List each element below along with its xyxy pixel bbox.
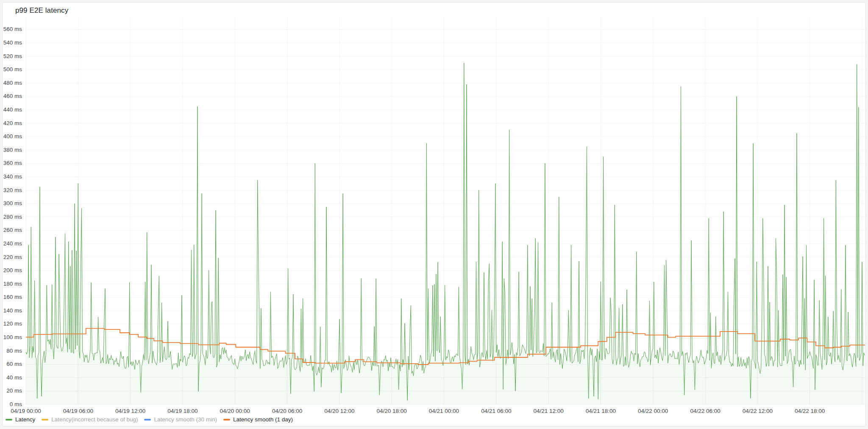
y-tick-label: 240 ms — [0, 240, 22, 247]
y-tick-label: 540 ms — [0, 39, 22, 46]
y-tick-label: 320 ms — [0, 187, 22, 194]
y-tick-label: 500 ms — [0, 66, 22, 73]
y-tick-label: 20 ms — [0, 387, 22, 394]
y-tick-label: 220 ms — [0, 254, 22, 261]
x-tick-label: 04/21 18:00 — [575, 408, 626, 414]
series-layer — [26, 63, 865, 405]
y-tick-label: 160 ms — [0, 294, 22, 301]
y-tick-label: 140 ms — [0, 307, 22, 314]
x-tick-label: 04/19 12:00 — [105, 408, 156, 414]
latency-series-swatch-icon — [6, 419, 12, 421]
x-tick-label: 04/22 00:00 — [628, 408, 679, 414]
legend-label: Latency(incorrect because of bug) — [51, 416, 138, 423]
y-tick-label: 300 ms — [0, 200, 22, 207]
y-tick-label: 260 ms — [0, 227, 22, 234]
legend-item-latency[interactable]: Latency — [6, 416, 35, 423]
legend: Latency Latency(incorrect because of bug… — [6, 416, 293, 423]
latency-smooth-30min-series-swatch-icon — [144, 419, 151, 421]
y-tick-label: 280 ms — [0, 214, 22, 220]
y-tick-label: 360 ms — [0, 160, 22, 167]
x-tick-label: 04/19 00:00 — [0, 408, 51, 414]
y-tick-label: 480 ms — [0, 80, 22, 86]
y-tick-label: 180 ms — [0, 281, 22, 287]
y-tick-label: 100 ms — [0, 334, 22, 341]
legend-item-latency-smooth-30min[interactable]: Latency smooth (30 min) — [144, 416, 217, 423]
x-tick-label: 04/20 06:00 — [262, 408, 313, 414]
legend-item-latency-incorrect[interactable]: Latency(incorrect because of bug) — [42, 416, 138, 423]
latency-chart-plot[interactable] — [0, 0, 868, 429]
y-tick-label: 440 ms — [0, 106, 22, 113]
x-tick-label: 04/22 18:00 — [785, 408, 835, 414]
x-tick-label: 04/20 18:00 — [366, 408, 417, 414]
y-tick-label: 0 ms — [0, 401, 22, 408]
y-tick-label: 60 ms — [0, 361, 22, 368]
y-tick-label: 200 ms — [0, 267, 22, 274]
y-tick-label: 40 ms — [0, 374, 22, 381]
x-tick-label: 04/22 12:00 — [732, 408, 783, 414]
legend-label: Latency — [15, 416, 35, 423]
y-tick-label: 340 ms — [0, 173, 22, 180]
x-tick-label: 04/20 12:00 — [314, 408, 365, 414]
y-tick-label: 520 ms — [0, 53, 22, 60]
latency-incorrect-series-swatch-icon — [42, 419, 48, 421]
y-tick-label: 400 ms — [0, 133, 22, 140]
latency-smooth-1day-series-swatch-icon — [223, 419, 230, 421]
y-tick-label: 80 ms — [0, 348, 22, 354]
x-tick-label: 04/19 06:00 — [53, 408, 103, 414]
y-tick-label: 560 ms — [0, 26, 22, 33]
x-tick-label: 04/20 00:00 — [209, 408, 260, 414]
x-tick-label: 04/21 06:00 — [471, 408, 522, 414]
y-tick-label: 420 ms — [0, 120, 22, 127]
x-tick-label: 04/21 00:00 — [418, 408, 469, 414]
grafana-panel-page: p99 E2E latency 0 ms20 ms40 ms60 ms80 ms… — [0, 0, 868, 429]
legend-label: Latency smooth (1 day) — [233, 416, 293, 423]
y-tick-label: 120 ms — [0, 320, 22, 327]
legend-label: Latency smooth (30 min) — [154, 416, 217, 423]
y-tick-label: 380 ms — [0, 147, 22, 153]
x-tick-label: 04/19 18:00 — [157, 408, 208, 414]
legend-item-latency-smooth-1day[interactable]: Latency smooth (1 day) — [223, 416, 293, 423]
x-tick-label: 04/22 06:00 — [680, 408, 731, 414]
y-tick-label: 460 ms — [0, 93, 22, 100]
x-tick-label: 04/21 12:00 — [523, 408, 574, 414]
